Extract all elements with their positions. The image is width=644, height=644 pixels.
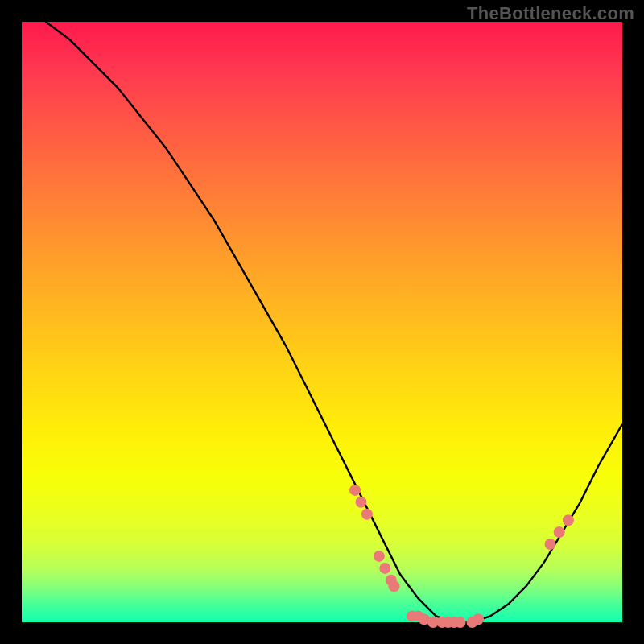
data-point-marker [455, 617, 466, 628]
data-point-marker [473, 613, 484, 625]
bottleneck-curve [46, 22, 622, 622]
data-point-marker [349, 485, 361, 496]
data-point-marker [356, 497, 367, 508]
chart-frame: TheBottleneck.com [0, 0, 644, 644]
watermark-text: TheBottleneck.com [467, 3, 634, 24]
data-point-marker [374, 551, 385, 562]
data-point-marker [389, 580, 400, 592]
data-point-marker [545, 539, 556, 550]
data-point-marker [563, 514, 574, 526]
curve-svg [22, 22, 622, 622]
data-point-marker [361, 509, 373, 520]
gradient-plot-area [22, 22, 622, 622]
markers-group [349, 485, 574, 628]
data-point-marker [554, 526, 565, 538]
data-point-marker [379, 563, 390, 574]
